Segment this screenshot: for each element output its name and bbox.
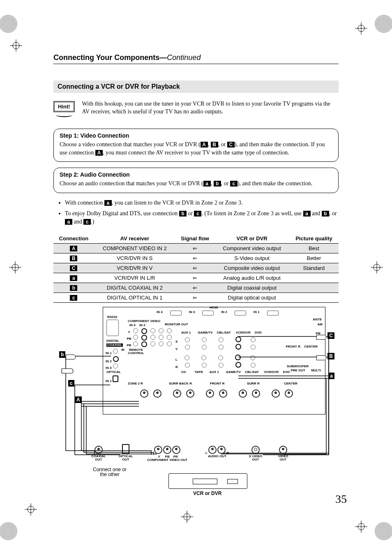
table-row: CVCR/DVR IN V⇐Composite video outputStan… [53,263,339,273]
crop-mark [355,22,367,35]
compvid-out: COMPONENT VIDEO OUT [147,458,187,462]
step2-body: Choose an audio connection that matches … [60,180,332,188]
table-row: bDIGITAL COAXIAL IN 2⇐Digital coaxial ou… [53,283,339,292]
cell [289,273,339,283]
print-mark [375,15,392,33]
step1-pre: Choose a video connection that matches y… [60,141,201,147]
n2-c: c [194,211,201,216]
section-title: Connecting Your Components—Continued [53,53,339,64]
step2-post: ), and then make the connection. [238,180,312,187]
conn-label: A [70,246,77,251]
step1-box: Step 1: Video Connection Choose a video … [53,129,339,162]
conn-label: C [70,265,77,271]
plug-icon [66,355,76,359]
title-continued: Continued [167,53,201,62]
n2-or: or [187,210,194,216]
n2-b: b [179,211,187,216]
conn-label: B [70,256,77,261]
n2-b2: b [322,211,329,216]
cell [289,292,339,302]
connection-table: Connection AV receiver Signal flow VCR o… [53,234,339,303]
cell [289,283,339,292]
n2-mid: . (To listen in Zone 2 or Zone 3 as well… [201,210,303,216]
hint-block: Hint! With this hookup, you can use the … [53,100,339,117]
step2-pre: Choose an audio connection that matches … [60,180,203,187]
crop-mark [25,503,37,516]
n1-post: , you can listen to the VCR or DVR in Zo… [112,200,243,206]
cell: Digital optical output [214,292,289,302]
svideo-out: S VIDEO OUT [247,455,265,461]
step1-post: , you must connect the AV receiver to yo… [103,150,289,156]
n2-and: and [311,210,322,216]
plug-icon [316,355,326,360]
label-B: B [211,142,218,147]
label-b: b [214,181,221,187]
n2-a: a [303,211,311,216]
connect-note: Connect one or the other [91,467,128,477]
plug-icon [316,335,326,340]
crop-mark [181,511,193,523]
n1-a: a [104,200,112,206]
cell: ⇐ [175,273,214,283]
device-label: VCR or DVR [193,491,221,496]
n2-end: .) [91,219,94,225]
opt-out-label: OPTICAL OUT [118,455,134,461]
n1-pre: With connection [65,200,104,206]
cell: Best [289,243,339,253]
th-device: VCR or DVR [214,234,289,244]
table-row: cDIGITAL OPTICAL IN 1⇐Digital optical ou… [53,292,339,302]
R-out: R [227,451,229,455]
cell: ⇐ [175,263,214,273]
cell: S-Video output [214,253,289,263]
cell: DIGITAL COAXIAL IN 2 [94,283,175,292]
crop-mark [10,39,22,52]
coax-out-label: COAXIAL OUT [90,455,107,461]
cell: ⇐ [175,292,214,302]
crop-mark [355,520,367,533]
n2-or2: , or [329,210,337,216]
th-quality: Picture quality [289,234,339,244]
coax-out-jack [95,446,103,454]
table-row: aVCR/DVR IN L/R⇐Analog audio L/R output [53,273,339,283]
cell: DIGITAL OPTICAL IN 1 [94,292,175,302]
crop-mark [9,261,21,274]
vcr-box [168,473,247,489]
cell: Component video output [214,243,289,253]
conn-label: a [70,275,77,281]
n2-c2: c [83,219,91,225]
label-a: a [203,181,211,187]
note-2: To enjoy Dolby Digital and DTS, use conn… [65,210,339,226]
n2-and2: and [72,219,83,225]
page-number: 35 [335,493,347,506]
cell: ⇐ [175,283,214,292]
step1-title: Step 1: Video Connection [60,132,332,139]
cell: COMPONENT VIDEO IN 2 [94,243,175,253]
wiring-diagram: HDMI IN 4 IN 3 IN 2 IN 1 RS232 COMPONENT… [53,307,339,500]
label-C: C [227,142,235,147]
step1-body: Choose a video connection that matches y… [60,140,332,157]
cell: Better [289,253,339,263]
page: Connecting Your Components—Continued Con… [0,0,392,555]
print-mark [0,522,17,540]
print-mark [375,522,392,540]
cell: Standard [289,263,339,273]
subsection-title: Connecting a VCR or DVR for Playback [53,81,339,93]
n2-a2: a [65,219,72,225]
label-c: c [230,181,238,187]
n2-pre: To enjoy Dolby Digital and DTS, use conn… [65,210,179,216]
note-1: With connection a, you can listen to the… [65,199,339,207]
conn-label: c [70,295,77,301]
th-flow: Signal flow [175,234,214,244]
cell: Analog audio L/R output [214,273,289,283]
label-A2: A [95,150,103,156]
cell: Digital coaxial output [214,283,289,292]
video-out: VIDEO OUT [275,455,291,461]
crop-mark [371,261,383,274]
print-mark [0,15,17,33]
title-main: Connecting Your Components [53,53,159,62]
audio-out: AUDIO OUT [207,455,228,458]
th-connection: Connection [53,234,94,244]
opt-out-jack [122,444,129,454]
display-icon [227,479,238,484]
table-row: BVCR/DVR IN S⇐S-Video outputBetter [53,253,339,263]
